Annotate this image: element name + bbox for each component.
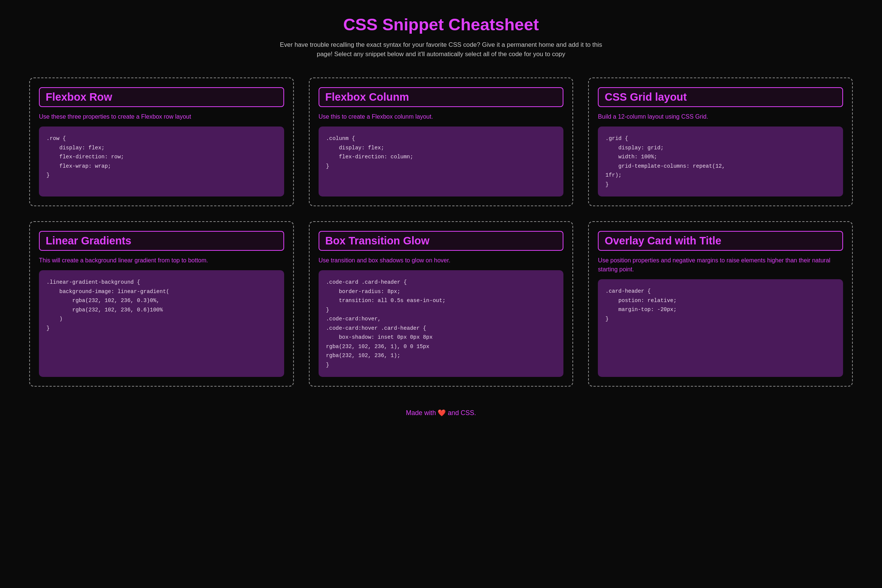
card-title-flexbox-row: Flexbox Row bbox=[39, 87, 284, 107]
card-title-linear-gradients: Linear Gradients bbox=[39, 231, 284, 251]
page-footer: Made with ❤️ and CSS. bbox=[22, 409, 860, 417]
code-block-css-grid[interactable]: .grid { display: grid; width: 100%; grid… bbox=[598, 126, 843, 196]
card-title-box-transition-glow: Box Transition Glow bbox=[319, 231, 564, 251]
code-block-box-transition-glow[interactable]: .code-card .card-header { border-radius:… bbox=[319, 270, 564, 377]
card-title-css-grid: CSS Grid layout bbox=[598, 87, 843, 107]
card-description-flexbox-column: Use this to create a Flexbox colunm layo… bbox=[319, 112, 564, 121]
card-css-grid[interactable]: CSS Grid layoutBuild a 12-column layout … bbox=[588, 78, 853, 206]
card-box-transition-glow[interactable]: Box Transition GlowUse transition and bo… bbox=[309, 221, 573, 387]
heart-icon: ❤️ bbox=[438, 409, 446, 417]
card-overlay-card[interactable]: Overlay Card with TitleUse position prop… bbox=[588, 221, 853, 387]
card-description-css-grid: Build a 12-column layout using CSS Grid. bbox=[598, 112, 843, 121]
card-title-flexbox-column: Flexbox Colunm bbox=[319, 87, 564, 107]
card-flexbox-row[interactable]: Flexbox RowUse these three properties to… bbox=[29, 78, 294, 206]
card-description-linear-gradients: This will create a background linear gra… bbox=[39, 256, 284, 265]
card-description-flexbox-row: Use these three properties to create a F… bbox=[39, 112, 284, 121]
code-block-linear-gradients[interactable]: .linear-gradient-background { background… bbox=[39, 270, 284, 377]
code-block-flexbox-column[interactable]: .colunm { display: flex; flex-direction:… bbox=[319, 126, 564, 196]
code-block-flexbox-row[interactable]: .row { display: flex; flex-direction: ro… bbox=[39, 126, 284, 196]
cards-grid: Flexbox RowUse these three properties to… bbox=[29, 78, 853, 387]
page-subtitle: Ever have trouble recalling the exact sy… bbox=[273, 40, 609, 59]
card-title-overlay-card: Overlay Card with Title bbox=[598, 231, 843, 251]
card-description-box-transition-glow: Use transition and box shadows to glow o… bbox=[319, 256, 564, 265]
card-flexbox-column[interactable]: Flexbox ColunmUse this to create a Flexb… bbox=[309, 78, 573, 206]
card-description-overlay-card: Use position properties and negative mar… bbox=[598, 256, 843, 274]
card-linear-gradients[interactable]: Linear GradientsThis will create a backg… bbox=[29, 221, 294, 387]
code-block-overlay-card[interactable]: .card-header { postion: relative; margin… bbox=[598, 279, 843, 377]
page-title: CSS Snippet Cheatsheet bbox=[22, 15, 860, 34]
footer-text: Made with ❤️ and CSS. bbox=[406, 409, 476, 417]
page-header: CSS Snippet Cheatsheet Ever have trouble… bbox=[22, 15, 860, 59]
